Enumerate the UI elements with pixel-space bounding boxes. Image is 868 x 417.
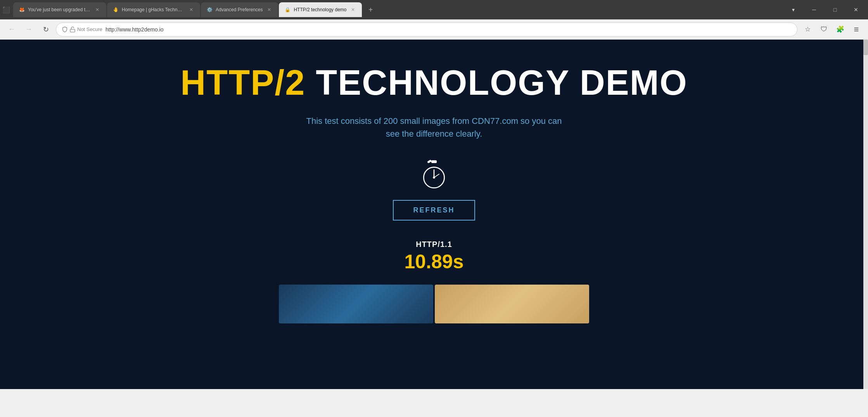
- maximize-button[interactable]: □: [826, 3, 844, 16]
- svg-rect-2: [427, 160, 432, 163]
- tab-4-favicon: 🔒: [284, 7, 290, 13]
- title-rest: TECHNOLOGY DEMO: [305, 63, 687, 102]
- tab-2-close[interactable]: ✕: [188, 6, 195, 13]
- tab-4-close[interactable]: ✕: [349, 6, 356, 13]
- tab-4[interactable]: 🔒 HTTP/2 technology demo ✕: [279, 2, 362, 17]
- toolbar-right: ☆ 🛡 🧩 ≡: [801, 23, 863, 36]
- http-time: 10.89s: [405, 250, 464, 273]
- stopwatch-icon: [418, 160, 450, 192]
- scrollbar[interactable]: [863, 40, 868, 389]
- tab-4-title: HTTP/2 technology demo: [294, 7, 346, 12]
- dropdown-button[interactable]: ▾: [784, 3, 802, 16]
- image-left: [279, 285, 433, 323]
- back-button[interactable]: ←: [5, 23, 19, 36]
- address-bar[interactable]: Not Secure http://www.http2demo.io: [56, 23, 797, 36]
- tab-bar: ⬛ 🦊 You've just been upgraded to F ✕ 🤚 H…: [0, 0, 868, 19]
- tab-2-title: Homepage | gHacks Technolog: [122, 7, 185, 12]
- svg-rect-1: [431, 160, 437, 163]
- tab-2[interactable]: 🤚 Homepage | gHacks Technolog ✕: [107, 2, 200, 17]
- tab-3-title: Advanced Preferences: [216, 7, 263, 12]
- browser-action-left: ⬛: [3, 7, 9, 13]
- tab-1-favicon: 🦊: [19, 7, 25, 13]
- svg-point-6: [433, 177, 435, 179]
- refresh-demo-button[interactable]: REFRESH: [393, 200, 475, 221]
- image-strip: [279, 285, 589, 323]
- tab-3-close[interactable]: ✕: [266, 6, 273, 13]
- browser-icon: ⬛: [3, 7, 9, 13]
- tab-3[interactable]: ⚙️ Advanced Preferences ✕: [201, 2, 278, 17]
- window-controls: ▾ ─ □ ✕: [784, 3, 865, 16]
- svg-rect-0: [70, 29, 75, 32]
- url-text: http://www.http2demo.io: [105, 26, 163, 33]
- shield-button[interactable]: 🛡: [817, 23, 831, 36]
- tab-3-favicon: ⚙️: [206, 7, 213, 13]
- minimize-button[interactable]: ─: [805, 3, 823, 16]
- http-version-label: HTTP/1.1: [416, 240, 452, 249]
- security-indicator: Not Secure: [62, 26, 102, 33]
- extensions-button[interactable]: 🧩: [833, 23, 847, 36]
- lock-icon: [69, 26, 76, 33]
- bookmark-button[interactable]: ☆: [801, 23, 814, 36]
- tab-1[interactable]: 🦊 You've just been upgraded to F ✕: [13, 2, 106, 17]
- refresh-button[interactable]: ↻: [39, 23, 53, 36]
- image-right: [435, 285, 589, 323]
- scrollbar-thumb[interactable]: [863, 40, 868, 55]
- tab-1-close[interactable]: ✕: [94, 6, 101, 13]
- not-secure-text: Not Secure: [77, 26, 102, 32]
- page-content: HTTP/2 TECHNOLOGY DEMO This test consist…: [0, 40, 868, 389]
- tab-1-title: You've just been upgraded to F: [28, 7, 91, 12]
- title-http2: HTTP/2: [180, 63, 305, 102]
- shield-icon: [62, 26, 68, 33]
- tab-2-favicon: 🤚: [112, 7, 119, 13]
- browser-chrome: ⬛ 🦊 You've just been upgraded to F ✕ 🤚 H…: [0, 0, 868, 40]
- new-tab-button[interactable]: +: [364, 3, 377, 16]
- toolbar: ← → ↻ Not Secure http://www.http2demo.io…: [0, 19, 868, 40]
- page-title: HTTP/2 TECHNOLOGY DEMO: [180, 63, 687, 103]
- menu-button[interactable]: ≡: [849, 23, 863, 36]
- close-button[interactable]: ✕: [847, 3, 865, 16]
- forward-button[interactable]: →: [22, 23, 36, 36]
- page-subtitle: This test consists of 200 small images f…: [298, 115, 570, 140]
